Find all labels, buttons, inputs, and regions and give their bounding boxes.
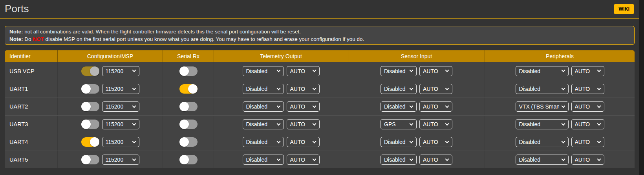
- configuration-msp-cell: 115200: [58, 151, 163, 168]
- telemetry-output-cell: Disabled AUTO: [214, 133, 348, 151]
- telemetry-mode-select[interactable]: Disabled: [243, 101, 284, 112]
- chevron-down-icon: [276, 104, 280, 108]
- sensor-mode-select[interactable]: Disabled: [381, 155, 417, 165]
- peripherals-mode-select[interactable]: Disabled: [516, 155, 569, 165]
- sensor-baud-select[interactable]: AUTO: [419, 101, 452, 112]
- telemetry-baud-select[interactable]: AUTO: [287, 101, 320, 112]
- table-header-row: Identifier Configuration/MSP Serial Rx T…: [5, 50, 635, 62]
- wiki-button[interactable]: WIKI: [614, 4, 634, 14]
- sensor-baud-select[interactable]: AUTO: [419, 155, 452, 165]
- telemetry-baud-select[interactable]: AUTO: [287, 84, 320, 94]
- sensor-input-cell: Disabled AUTO: [348, 133, 485, 151]
- peripherals-baud-select[interactable]: AUTO: [571, 137, 604, 147]
- peripherals-baud-select[interactable]: AUTO: [571, 155, 604, 165]
- peripherals-cell: Disabled AUTO: [485, 116, 635, 133]
- chevron-down-icon: [561, 104, 565, 108]
- serial-rx-toggle[interactable]: [179, 120, 198, 129]
- toggle-knob: [81, 120, 91, 129]
- telemetry-baud-select[interactable]: AUTO: [287, 155, 320, 165]
- sensor-mode-select[interactable]: GPS: [381, 119, 417, 129]
- sensor-baud-select[interactable]: AUTO: [419, 66, 452, 76]
- msp-toggle[interactable]: [81, 66, 99, 76]
- telemetry-baud-select[interactable]: AUTO: [287, 119, 320, 129]
- telemetry-mode-select[interactable]: Disabled: [243, 119, 284, 129]
- table-row: UART4 115200 Disabled AUTO Disabled: [5, 133, 635, 151]
- chevron-down-icon: [132, 68, 136, 72]
- chevron-down-icon: [445, 157, 449, 161]
- chevron-down-icon: [561, 139, 565, 143]
- configuration-msp-cell: 115200: [58, 116, 163, 133]
- msp-toggle[interactable]: [81, 137, 99, 147]
- serial-rx-toggle[interactable]: [179, 137, 198, 147]
- ports-tab-content: Ports WIKI Note: not all combinations ar…: [0, 0, 639, 175]
- note-box: Note: not all combinations are valid. Wh…: [5, 26, 635, 45]
- chevron-down-icon: [276, 86, 280, 90]
- chevron-down-icon: [445, 104, 449, 108]
- peripherals-mode-select[interactable]: VTX (TBS SmartAudio): [516, 101, 569, 112]
- msp-baud-select[interactable]: 115200: [102, 66, 139, 76]
- table-row: UART5 115200 Disabled AUTO Disabled: [5, 151, 635, 168]
- telemetry-baud-select[interactable]: AUTO: [287, 137, 320, 147]
- sensor-mode-select[interactable]: Disabled: [381, 84, 417, 94]
- msp-baud-select[interactable]: 115200: [102, 119, 139, 129]
- port-identifier: UART3: [9, 121, 28, 127]
- telemetry-mode-select[interactable]: Disabled: [243, 66, 284, 76]
- chevron-down-icon: [597, 104, 601, 108]
- configuration-msp-cell: 115200: [58, 62, 163, 80]
- peripherals-baud-select[interactable]: AUTO: [571, 119, 604, 129]
- peripherals-cell: Disabled AUTO: [485, 80, 635, 98]
- sensor-baud-select[interactable]: AUTO: [419, 137, 452, 147]
- sensor-mode-select[interactable]: Disabled: [381, 137, 417, 147]
- serial-rx-toggle[interactable]: [179, 66, 198, 76]
- chevron-down-icon: [132, 86, 136, 90]
- peripherals-mode-select[interactable]: Disabled: [516, 84, 569, 94]
- serial-rx-cell: [163, 133, 214, 151]
- table-row: UART3 115200 Disabled AUTO GPS: [5, 115, 635, 133]
- sensor-baud-select[interactable]: AUTO: [419, 119, 452, 129]
- serial-rx-toggle[interactable]: [179, 84, 198, 94]
- sensor-baud-select[interactable]: AUTO: [419, 84, 452, 94]
- vertical-scrollbar[interactable]: [639, 0, 644, 175]
- chevron-down-icon: [312, 139, 316, 143]
- chevron-down-icon: [410, 104, 413, 108]
- identifier-cell: UART5: [5, 151, 58, 168]
- msp-baud-select[interactable]: 115200: [102, 84, 139, 94]
- peripherals-mode-select[interactable]: Disabled: [516, 66, 569, 76]
- serial-rx-cell: [163, 116, 214, 133]
- peripherals-baud-select[interactable]: AUTO: [571, 84, 604, 94]
- peripherals-mode-select[interactable]: Disabled: [516, 137, 569, 147]
- msp-baud-select[interactable]: 115200: [102, 101, 139, 112]
- serial-rx-toggle[interactable]: [179, 102, 198, 111]
- telemetry-mode-select[interactable]: Disabled: [243, 84, 284, 94]
- serial-rx-toggle[interactable]: [179, 155, 198, 164]
- peripherals-baud-select[interactable]: AUTO: [571, 66, 604, 76]
- msp-toggle[interactable]: [81, 120, 99, 129]
- sensor-input-cell: Disabled AUTO: [348, 80, 485, 98]
- sensor-mode-select[interactable]: Disabled: [381, 66, 417, 76]
- peripherals-baud-select[interactable]: AUTO: [571, 101, 604, 112]
- chevron-down-icon: [276, 68, 280, 72]
- chevron-down-icon: [312, 122, 316, 125]
- toggle-knob: [90, 66, 99, 76]
- chevron-down-icon: [276, 122, 280, 125]
- msp-baud-select[interactable]: 115200: [102, 155, 139, 165]
- telemetry-mode-select[interactable]: Disabled: [243, 155, 284, 165]
- identifier-cell: UART4: [5, 133, 58, 151]
- msp-toggle[interactable]: [81, 102, 99, 111]
- sensor-mode-select[interactable]: Disabled: [381, 101, 417, 112]
- msp-toggle[interactable]: [81, 155, 99, 164]
- chevron-down-icon: [132, 139, 136, 143]
- toggle-knob: [90, 137, 99, 147]
- msp-toggle[interactable]: [81, 84, 99, 94]
- toggle-knob: [179, 66, 189, 76]
- telemetry-baud-select[interactable]: AUTO: [287, 66, 320, 76]
- toggle-knob: [179, 102, 189, 111]
- port-identifier: UART2: [9, 103, 28, 110]
- note-line: Note: Do NOT disable MSP on the first se…: [9, 35, 630, 43]
- telemetry-mode-select[interactable]: Disabled: [243, 137, 284, 147]
- header-identifier: Identifier: [5, 50, 58, 62]
- peripherals-mode-select[interactable]: Disabled: [516, 119, 569, 129]
- table-row: USB VCP 115200 Disabled AUTO Disabled: [5, 62, 635, 80]
- msp-baud-select[interactable]: 115200: [102, 137, 139, 147]
- ports-table: Identifier Configuration/MSP Serial Rx T…: [5, 50, 635, 168]
